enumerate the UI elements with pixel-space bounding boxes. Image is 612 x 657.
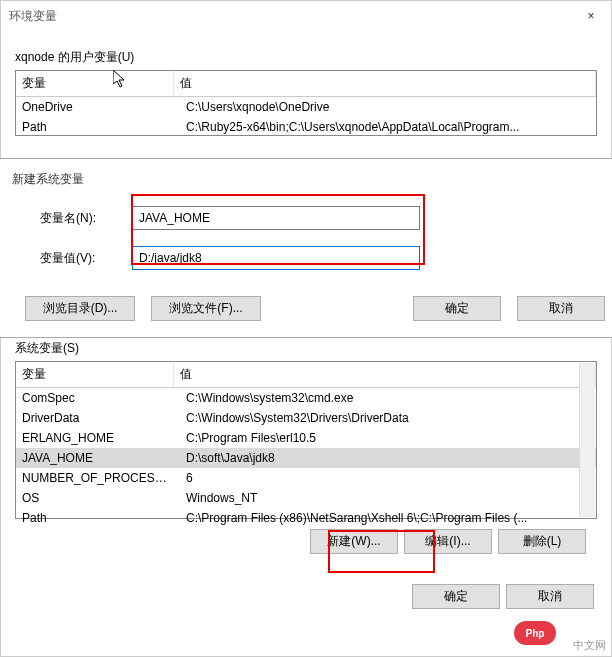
cell-var: JAVA_HOME <box>16 450 180 466</box>
dialog-cancel-button[interactable]: 取消 <box>517 296 605 321</box>
scrollbar[interactable] <box>579 363 595 517</box>
sys-vars-label: 系统变量(S) <box>15 340 597 357</box>
close-button[interactable]: × <box>571 1 611 31</box>
new-button[interactable]: 新建(W)... <box>310 529 398 554</box>
user-vars-body: OneDriveC:\Users\xqnode\OneDrivePathC:\R… <box>16 97 596 137</box>
cell-val: Windows_NT <box>180 490 596 506</box>
table-row[interactable]: OSWindows_NT <box>16 488 596 508</box>
col-val[interactable]: 值 <box>174 362 596 387</box>
col-val[interactable]: 值 <box>174 71 596 96</box>
table-row[interactable]: PathC:\Ruby25-x64\bin;C:\Users\xqnode\Ap… <box>16 117 596 137</box>
cell-var: DriverData <box>16 410 180 426</box>
cell-val: C:\Windows\system32\cmd.exe <box>180 390 596 406</box>
cell-val: D:\soft\Java\jdk8 <box>180 450 596 466</box>
form-row-name: 变量名(N): <box>0 198 612 238</box>
table-row[interactable]: JAVA_HOMED:\soft\Java\jdk8 <box>16 448 596 468</box>
form-row-value: 变量值(V): <box>0 238 612 278</box>
user-vars-label: xqnode 的用户变量(U) <box>15 49 597 66</box>
cell-val: C:\Windows\System32\Drivers\DriverData <box>180 410 596 426</box>
cell-var: OS <box>16 490 180 506</box>
cell-var: Path <box>16 510 180 526</box>
table-row[interactable]: OneDriveC:\Users\xqnode\OneDrive <box>16 97 596 117</box>
user-vars-table[interactable]: 变量 值 OneDriveC:\Users\xqnode\OneDrivePat… <box>15 70 597 136</box>
col-var[interactable]: 变量 <box>16 71 174 96</box>
cancel-button[interactable]: 取消 <box>506 584 594 609</box>
table-row[interactable]: ERLANG_HOMEC:\Program Files\erl10.5 <box>16 428 596 448</box>
dialog-ok-button[interactable]: 确定 <box>413 296 501 321</box>
cell-val: C:\Program Files (x86)\NetSarang\Xshell … <box>180 510 596 526</box>
table-row[interactable]: ComSpecC:\Windows\system32\cmd.exe <box>16 388 596 408</box>
value-input[interactable] <box>132 246 420 270</box>
cell-var: ERLANG_HOME <box>16 430 180 446</box>
cell-var: OneDrive <box>16 99 180 115</box>
main-buttons: 确定 取消 <box>15 584 597 609</box>
cell-var: Path <box>16 119 180 135</box>
watermark-text: 中文网 <box>573 638 606 653</box>
titlebar: 环境变量 × <box>1 1 611 31</box>
php-logo-icon: Php <box>514 621 556 645</box>
sys-vars-body: ComSpecC:\Windows\system32\cmd.exeDriver… <box>16 388 596 528</box>
cell-val: 6 <box>180 470 596 486</box>
window-title: 环境变量 <box>9 8 571 25</box>
cell-val: C:\Program Files\erl10.5 <box>180 430 596 446</box>
table-row[interactable]: DriverDataC:\Windows\System32\Drivers\Dr… <box>16 408 596 428</box>
browse-file-button[interactable]: 浏览文件(F)... <box>151 296 261 321</box>
delete-button[interactable]: 删除(L) <box>498 529 586 554</box>
table-row[interactable]: PathC:\Program Files (x86)\NetSarang\Xsh… <box>16 508 596 528</box>
col-var[interactable]: 变量 <box>16 362 174 387</box>
name-input[interactable] <box>132 206 420 230</box>
cell-val: C:\Ruby25-x64\bin;C:\Users\xqnode\AppDat… <box>180 119 596 135</box>
dialog-buttons: 浏览目录(D)... 浏览文件(F)... 确定 取消 <box>0 278 612 321</box>
edit-button[interactable]: 编辑(I)... <box>404 529 492 554</box>
table-header: 变量 值 <box>16 362 596 388</box>
close-icon: × <box>587 9 594 23</box>
sys-vars-table[interactable]: 变量 值 ComSpecC:\Windows\system32\cmd.exeD… <box>15 361 597 519</box>
name-label: 变量名(N): <box>40 210 132 227</box>
value-label: 变量值(V): <box>40 250 132 267</box>
new-sysvar-dialog: 新建系统变量 变量名(N): 变量值(V): 浏览目录(D)... 浏览文件(F… <box>0 158 612 338</box>
table-row[interactable]: NUMBER_OF_PROCESSORS6 <box>16 468 596 488</box>
sys-vars-buttons: 新建(W)... 编辑(I)... 删除(L) <box>15 529 597 554</box>
dialog-title: 新建系统变量 <box>0 171 612 198</box>
ok-button[interactable]: 确定 <box>412 584 500 609</box>
browse-dir-button[interactable]: 浏览目录(D)... <box>25 296 135 321</box>
cell-var: ComSpec <box>16 390 180 406</box>
cell-val: C:\Users\xqnode\OneDrive <box>180 99 596 115</box>
table-header: 变量 值 <box>16 71 596 97</box>
cell-var: NUMBER_OF_PROCESSORS <box>16 470 180 486</box>
